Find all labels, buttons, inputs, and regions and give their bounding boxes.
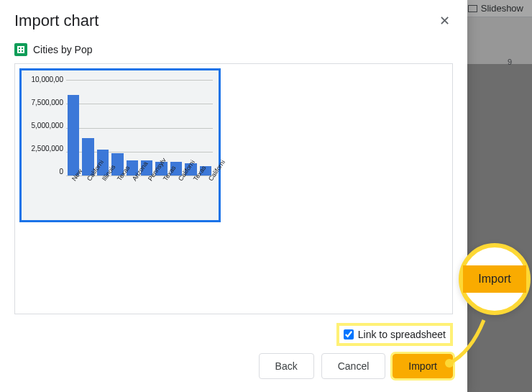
source-name: Cities by Pop xyxy=(33,44,92,55)
chart-selection-area: 10,000,007,500,0005,000,0002,500,0000 Ne… xyxy=(14,63,453,314)
x-tick: Texas xyxy=(155,177,170,220)
import-chart-dialog: Import chart ✕ Cities by Pop 10,000,007,… xyxy=(0,0,467,392)
x-tick: Pennsylv xyxy=(139,177,155,220)
callout-label: Import xyxy=(463,265,526,293)
back-button[interactable]: Back xyxy=(259,353,314,379)
source-row: Cities by Pop xyxy=(0,36,467,60)
dialog-header: Import chart ✕ xyxy=(0,0,467,36)
y-tick: 0 xyxy=(24,168,66,176)
callout-bubble: Import xyxy=(459,243,531,315)
link-to-spreadsheet-checkbox[interactable] xyxy=(344,329,354,339)
close-icon: ✕ xyxy=(439,13,450,29)
dialog-title: Import chart xyxy=(14,12,98,30)
y-tick: 5,000,000 xyxy=(24,122,66,129)
chart-thumbnail[interactable]: 10,000,007,500,0005,000,0002,500,0000 Ne… xyxy=(19,68,221,222)
dialog-footer: Link to spreadsheet Back Cancel Import xyxy=(0,314,467,392)
x-tick: Texas xyxy=(185,177,201,220)
x-tick: Californi xyxy=(78,177,93,220)
x-tick: Illinois xyxy=(93,177,109,220)
sheets-icon xyxy=(14,43,27,56)
chart-plot: 10,000,007,500,0005,000,0002,500,0000 xyxy=(24,76,216,176)
y-axis: 10,000,007,500,0005,000,0002,500,0000 xyxy=(24,76,66,176)
x-axis: NewCaliforniIllinoisTexasArizonaPennsylv… xyxy=(63,177,216,220)
chart-bar xyxy=(68,95,79,176)
x-tick: Californi xyxy=(170,177,185,220)
cancel-button[interactable]: Cancel xyxy=(321,353,386,379)
link-to-spreadsheet-label: Link to spreadsheet xyxy=(358,329,446,340)
x-tick: Arizona xyxy=(124,177,139,220)
y-tick: 10,000,00 xyxy=(24,76,66,83)
dialog-button-row: Back Cancel Import xyxy=(259,353,453,379)
import-button[interactable]: Import xyxy=(393,354,453,378)
x-tick: Californi xyxy=(201,177,216,220)
link-to-spreadsheet-row: Link to spreadsheet xyxy=(336,323,453,346)
x-tick: New xyxy=(63,177,78,220)
y-tick: 2,500,000 xyxy=(24,145,66,152)
close-button[interactable]: ✕ xyxy=(436,12,453,29)
x-tick: Texas xyxy=(109,177,124,220)
y-tick: 7,500,000 xyxy=(24,99,66,106)
